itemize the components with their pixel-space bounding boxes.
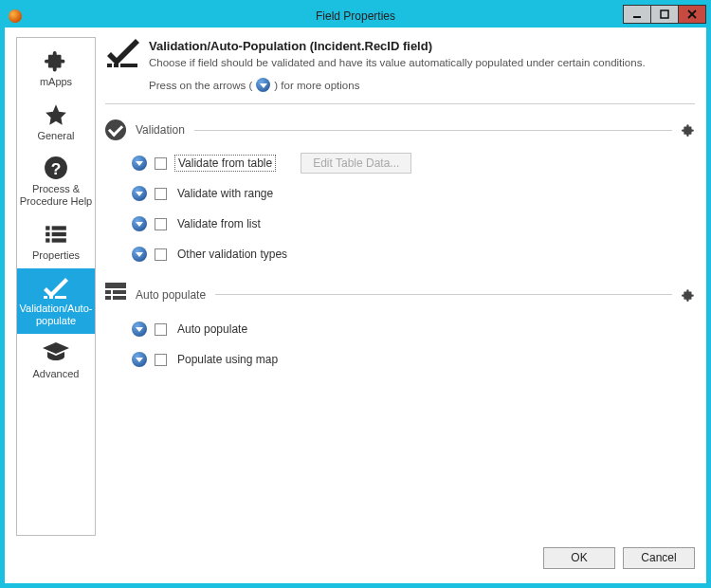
svg-rect-20 <box>113 290 126 294</box>
check-icon <box>43 274 69 301</box>
section-header-autopopulate: Auto populate <box>105 283 695 306</box>
list-icon <box>44 221 68 248</box>
sidebar-item-mapps[interactable]: mApps <box>17 42 95 96</box>
puzzle-icon <box>44 47 68 74</box>
option-label[interactable]: Validate from list <box>174 216 264 231</box>
puzzle-icon[interactable] <box>682 288 695 302</box>
option-auto-populate: Auto populate <box>132 318 695 340</box>
dialog-footer: OK Cancel <box>16 536 695 572</box>
page-title: Validation/Auto-Population (Incident.Rec… <box>149 39 646 53</box>
svg-text:?: ? <box>51 159 62 178</box>
window-frame: Field Properties mApps Gen <box>0 0 711 588</box>
option-label[interactable]: Populate using map <box>174 352 281 367</box>
svg-rect-15 <box>107 64 112 67</box>
svg-rect-16 <box>114 64 118 67</box>
separator <box>105 103 695 104</box>
expand-button[interactable] <box>132 186 147 201</box>
expand-button[interactable] <box>132 216 147 231</box>
app-icon <box>9 9 22 23</box>
header-icon <box>105 39 139 92</box>
section-title: Auto populate <box>136 288 206 302</box>
option-populate-map: Populate using map <box>132 348 695 371</box>
svg-rect-18 <box>105 283 126 288</box>
client-area: mApps General ? Process & Procedure Help <box>5 28 706 583</box>
hint-text: Press on the arrows ( <box>149 80 252 91</box>
ok-button[interactable]: OK <box>543 547 615 569</box>
option-label[interactable]: Validate with range <box>174 186 276 201</box>
close-button[interactable] <box>678 5 706 24</box>
graduation-icon <box>43 340 69 366</box>
puzzle-icon[interactable] <box>682 123 695 137</box>
option-validate-list: Validate from list <box>132 212 695 235</box>
sidebar-item-properties[interactable]: Properties <box>17 215 95 269</box>
expand-button[interactable] <box>132 247 147 262</box>
option-validate-table: Validate from table Edit Table Data... <box>132 152 695 175</box>
svg-rect-10 <box>46 238 49 242</box>
svg-rect-14 <box>55 296 66 299</box>
svg-rect-21 <box>105 296 111 300</box>
sidebar-item-label: mApps <box>40 76 72 88</box>
svg-rect-22 <box>113 296 126 300</box>
option-label[interactable]: Other validation types <box>174 247 290 262</box>
hint-text: ) for more options <box>274 80 359 91</box>
checkbox[interactable] <box>155 354 167 366</box>
checkbox[interactable] <box>155 157 167 170</box>
svg-rect-13 <box>49 296 53 299</box>
page-subtitle: Choose if field should be validated and … <box>149 57 646 68</box>
window-title: Field Properties <box>5 9 706 23</box>
checkbox[interactable] <box>155 323 167 336</box>
main-panel: Validation/Auto-Population (Incident.Rec… <box>105 37 695 536</box>
checkbox[interactable] <box>155 248 167 261</box>
svg-rect-7 <box>52 226 66 230</box>
sidebar-item-advanced[interactable]: Advanced <box>17 334 95 388</box>
option-label[interactable]: Auto populate <box>174 322 250 337</box>
sidebar: mApps General ? Process & Procedure Help <box>16 37 96 536</box>
section-title: Validation <box>136 123 185 137</box>
svg-rect-9 <box>52 231 66 235</box>
sidebar-item-validation[interactable]: Validation/Auto-populate <box>17 268 95 334</box>
option-validate-other: Other validation types <box>132 243 695 266</box>
option-validate-range: Validate with range <box>132 182 695 205</box>
svg-rect-11 <box>52 238 66 242</box>
help-icon: ? <box>44 155 68 181</box>
expand-button[interactable] <box>132 322 147 337</box>
svg-rect-17 <box>120 64 137 67</box>
maximize-button[interactable] <box>650 5 679 24</box>
option-label[interactable]: Validate from table <box>174 155 276 172</box>
chevron-down-icon <box>256 78 270 92</box>
sidebar-item-label: Validation/Auto-populate <box>19 303 93 326</box>
sidebar-item-process-help[interactable]: ? Process & Procedure Help <box>17 149 95 214</box>
sidebar-item-label: General <box>37 130 74 142</box>
window-buttons <box>624 5 706 24</box>
sidebar-item-general[interactable]: General <box>17 96 95 150</box>
star-icon <box>44 101 68 128</box>
check-circle-icon <box>105 119 126 140</box>
checkbox[interactable] <box>155 188 167 200</box>
checkbox[interactable] <box>155 218 167 230</box>
svg-rect-19 <box>105 290 111 294</box>
svg-rect-1 <box>661 10 668 18</box>
svg-rect-8 <box>46 231 49 235</box>
svg-rect-12 <box>44 296 47 299</box>
minimize-button[interactable] <box>623 5 651 24</box>
svg-rect-6 <box>46 226 49 230</box>
svg-rect-0 <box>633 16 641 18</box>
edit-table-button: Edit Table Data... <box>301 153 411 174</box>
sidebar-item-label: Advanced <box>33 368 80 380</box>
form-icon <box>105 283 126 306</box>
expand-button[interactable] <box>132 352 147 367</box>
cancel-button[interactable]: Cancel <box>623 547 695 569</box>
titlebar[interactable]: Field Properties <box>5 5 706 28</box>
expand-button[interactable] <box>132 156 147 171</box>
sidebar-item-label: Process & Procedure Help <box>19 183 93 207</box>
sidebar-item-label: Properties <box>32 249 80 262</box>
section-header-validation: Validation <box>105 119 695 140</box>
page-header: Validation/Auto-Population (Incident.Rec… <box>105 37 695 98</box>
more-options-hint: Press on the arrows ( ) for more options <box>149 78 646 92</box>
